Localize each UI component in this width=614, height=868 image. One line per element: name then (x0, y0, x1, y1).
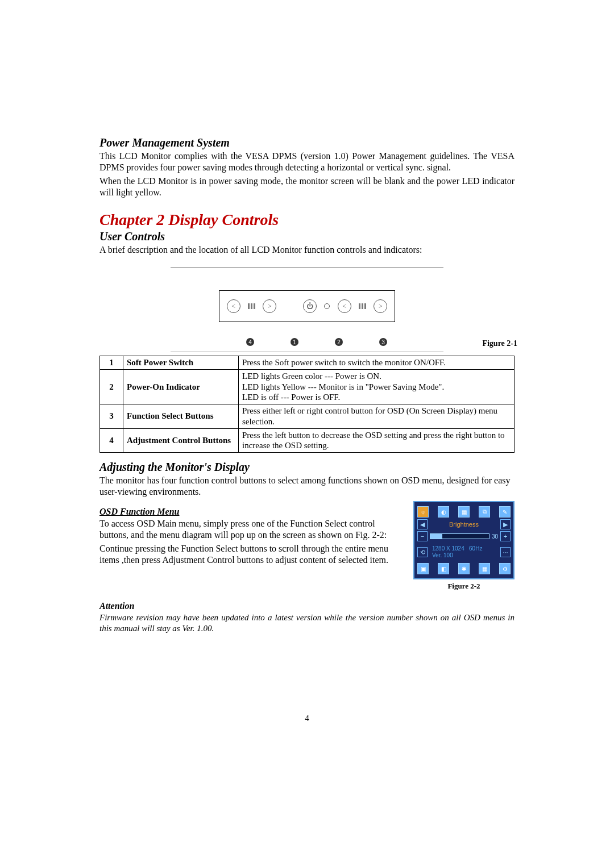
osd-panel-diagram: ☼ ◐ ▦ ⧉ ✎ ◀ Brightness ▶ − (413, 501, 515, 579)
osd-version: Ver. 100 (432, 552, 453, 558)
osd-exit-icon: ⟲ (417, 547, 428, 557)
heading-user-controls: User Controls (99, 230, 515, 243)
controls-table: 1Soft Power SwitchPress the Soft power s… (99, 356, 515, 453)
figure-caption: Figure 2-1 (482, 339, 517, 348)
osd-left-nav-icon: ◀ (417, 519, 428, 529)
control-name: Soft Power Switch (123, 356, 239, 370)
right-arrow-icon: > (374, 299, 387, 313)
paragraph: To access OSD Main menu, simply press on… (99, 518, 402, 541)
heading-power-management: Power Management System (99, 136, 515, 149)
osd-color-icon: ▦ (458, 506, 470, 518)
attention-paragraph: Firmware revision may have been updated … (99, 612, 515, 634)
table-row: 2Power-On IndicatorLED lights Green colo… (100, 369, 515, 404)
control-description: Press either left or right control butto… (239, 404, 515, 429)
marker-2: 2 (335, 338, 343, 346)
figure-2-1: < > ⏻ < > 4 1 2 3 Figure 2-1 (99, 267, 515, 352)
paragraph: A brief description and the location of … (99, 244, 515, 256)
osd-value: 30 (492, 533, 498, 540)
osd-position-icon: ⧉ (479, 506, 490, 518)
control-name: Adjustment Control Buttons (123, 428, 239, 453)
row-number: 4 (100, 428, 123, 453)
heading-osd-function-menu: OSD Function Menu (99, 507, 402, 517)
monitor-control-panel-diagram: < > ⏻ < > (219, 290, 395, 322)
osd-bottom-icon: ⚙ (499, 563, 511, 574)
left-arrow-icon: < (227, 299, 240, 313)
control-description: Press the left button to decrease the OS… (239, 428, 515, 453)
control-name: Function Select Buttons (123, 404, 239, 429)
osd-nav-icon: ··· (500, 547, 511, 557)
control-description: LED lights Green color --- Power is ON.L… (239, 369, 515, 404)
figure-caption: Figure 2-2 (413, 582, 515, 591)
heading-attention: Attention (99, 601, 515, 611)
marker-1: 1 (291, 338, 298, 346)
osd-right-nav-icon: ▶ (500, 519, 511, 529)
heading-adjusting-display: Adjusting the Monitor's Display (99, 461, 515, 474)
osd-brightness-icon: ☼ (417, 506, 429, 518)
paragraph: The monitor has four function control bu… (99, 475, 515, 498)
osd-plus-icon: + (500, 531, 511, 541)
osd-bottom-icon: ▣ (417, 563, 429, 574)
figure-markers: 4 1 2 3 (219, 338, 395, 346)
paragraph: Continue pressing the Function Select bu… (99, 543, 402, 566)
left-arrow-icon: < (338, 299, 351, 313)
menu-bars-icon (248, 303, 255, 309)
control-description: Press the Soft power switch to switch th… (239, 356, 515, 370)
led-indicator-icon (324, 303, 330, 309)
osd-resolution: 1280 X 1024 (432, 545, 464, 552)
osd-refresh: 60Hz (469, 545, 482, 552)
heading-chapter-2: Chapter 2 Display Controls (99, 211, 515, 229)
control-name: Power-On Indicator (123, 369, 239, 404)
power-icon: ⏻ (303, 299, 317, 313)
osd-minus-icon: − (417, 531, 428, 541)
figure-2-2: ☼ ◐ ▦ ⧉ ✎ ◀ Brightness ▶ − (413, 501, 515, 591)
document-page: - Power Management System This LCD Monit… (0, 0, 614, 723)
table-row: 1Soft Power SwitchPress the Soft power s… (100, 356, 515, 370)
marker-4: 4 (246, 338, 254, 346)
right-arrow-icon: > (263, 299, 276, 313)
table-row: 4Adjustment Control ButtonsPress the lef… (100, 428, 515, 453)
osd-bottom-icon: ✱ (458, 563, 470, 574)
menu-bars-icon (359, 303, 366, 309)
paragraph: This LCD Monitor complies with the VESA … (99, 151, 515, 173)
row-number: 2 (100, 369, 123, 404)
osd-tools-icon: ✎ (499, 506, 511, 518)
osd-contrast-icon: ◐ (438, 506, 449, 518)
osd-setting-label: Brightness (430, 521, 498, 528)
row-number: 1 (100, 356, 123, 370)
row-number: 3 (100, 404, 123, 429)
osd-bottom-icon: ◧ (438, 563, 449, 574)
marker-3: 3 (379, 338, 387, 346)
paragraph: When the LCD Monitor is in power saving … (99, 176, 515, 198)
osd-bottom-icon: ▦ (479, 563, 490, 574)
table-row: 3Function Select ButtonsPress either lef… (100, 404, 515, 429)
page-number: 4 (99, 713, 515, 723)
